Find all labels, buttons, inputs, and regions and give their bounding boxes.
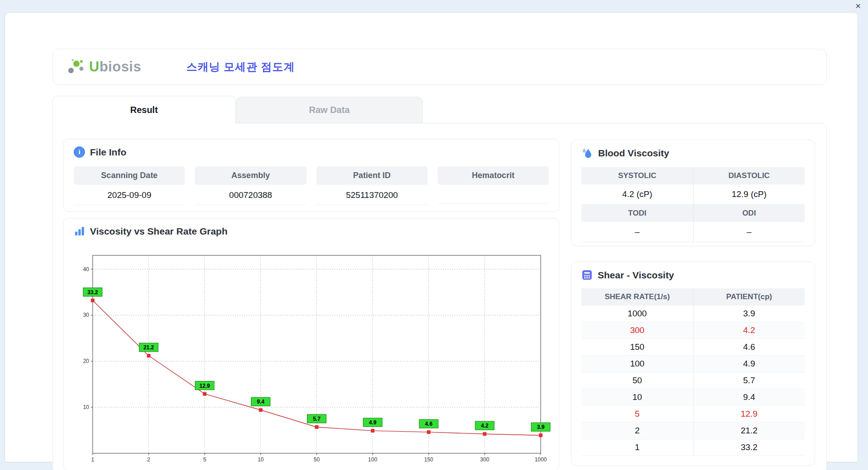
bar-chart-icon	[74, 226, 85, 237]
shear-rate-cell: 2	[581, 423, 693, 439]
main-panel: i File Info Scanning Date2025-09-09Assem…	[52, 123, 827, 470]
header-cell-systolic: SYSTOLIC	[581, 167, 693, 184]
logo-dots-icon	[66, 57, 85, 76]
blood-viscosity-table: SYSTOLICDIASTOLIC4.2 (cP)12.9 (cP)TODIOD…	[581, 167, 805, 242]
blood-viscosity-value-row: ––	[581, 222, 805, 242]
shear-rate-cell: 50	[581, 372, 693, 389]
close-icon[interactable]: ×	[853, 1, 863, 11]
header-cell-odi: ODI	[693, 205, 805, 222]
shear-rate-cell: 10	[581, 389, 693, 406]
value-cell: –	[693, 222, 805, 242]
file-info-card: i File Info Scanning Date2025-09-09Assem…	[63, 139, 559, 212]
file-info-field-scanning-date: Scanning Date2025-09-09	[74, 166, 185, 205]
svg-text:2: 2	[147, 456, 151, 463]
shear-viscosity-table-header: SHEAR RATE(1/s) PATIENT(cp)	[581, 288, 805, 306]
graph-card: Viscosity vs Shear Rate Graph 1020304012…	[63, 218, 559, 470]
patient-cell: 4.2	[693, 322, 805, 339]
field-label: Scanning Date	[74, 166, 185, 185]
header-cell-todi: TODI	[581, 205, 693, 222]
field-value: 52511370200	[316, 185, 428, 205]
blood-viscosity-value-row: 4.2 (cP)12.9 (cP)	[581, 184, 805, 205]
svg-text:100: 100	[368, 456, 377, 463]
table-row: 133.2	[581, 439, 805, 456]
field-value	[438, 185, 549, 204]
table-row: 1004.9	[581, 356, 805, 372]
svg-text:3.9: 3.9	[537, 424, 545, 430]
shear-viscosity-card: Shear - Viscosity SHEAR RATE(1/s) PATIEN…	[571, 262, 815, 466]
blood-viscosity-title-text: Blood Viscosity	[598, 148, 669, 159]
svg-text:10: 10	[83, 404, 90, 410]
patient-cell: 21.2	[693, 423, 805, 439]
svg-text:5: 5	[203, 456, 206, 463]
graph-title-text: Viscosity vs Shear Rate Graph	[90, 226, 227, 237]
header-cell-diastolic: DIASTOLIC	[693, 167, 805, 184]
viscosity-chart: 102030401251050100150300100033.221.212.9…	[75, 250, 558, 468]
shear-viscosity-title-text: Shear - Viscosity	[598, 270, 674, 281]
svg-text:20: 20	[83, 358, 90, 364]
page-title: 스캐닝 모세관 점도계	[186, 60, 295, 74]
patient-cell: 4.9	[693, 356, 805, 372]
shear-rate-cell: 100	[581, 356, 693, 372]
shear-viscosity-table-body: 10003.93004.21504.61004.9505.7109.4512.9…	[581, 306, 805, 456]
table-row: 505.7	[581, 372, 805, 389]
patient-cell: 5.7	[693, 372, 805, 389]
svg-text:21.2: 21.2	[143, 344, 154, 351]
droplet-icon	[581, 147, 593, 159]
svg-text:150: 150	[424, 456, 433, 463]
tab-raw-data[interactable]: Raw Data	[236, 97, 423, 123]
shear-viscosity-title: Shear - Viscosity	[571, 262, 815, 284]
shear-rate-cell: 5	[581, 406, 693, 423]
field-label: Assembly	[195, 166, 306, 185]
info-icon: i	[74, 146, 85, 158]
svg-text:4.2: 4.2	[481, 423, 489, 429]
patient-cell: 3.9	[693, 306, 805, 322]
svg-text:9.4: 9.4	[257, 399, 264, 405]
svg-text:33.2: 33.2	[87, 289, 98, 296]
ubiosis-logo: Ubiosis	[66, 57, 173, 76]
column-header-patient: PATIENT(cp)	[693, 288, 805, 306]
svg-text:5.7: 5.7	[313, 416, 321, 422]
header-card: Ubiosis 스캐닝 모세관 점도계	[52, 49, 827, 85]
logo-text: Ubiosis	[89, 59, 141, 75]
table-row: 1504.6	[581, 339, 805, 356]
field-value: 2025-09-09	[74, 185, 185, 205]
svg-text:1000: 1000	[535, 456, 547, 463]
svg-text:1: 1	[91, 456, 94, 463]
blood-viscosity-card: Blood Viscosity SYSTOLICDIASTOLIC4.2 (cP…	[571, 140, 815, 246]
svg-text:4.9: 4.9	[369, 419, 377, 426]
calculator-icon	[581, 269, 593, 281]
shear-rate-cell: 300	[581, 322, 693, 339]
blood-viscosity-header-row: TODIODI	[581, 205, 805, 222]
tab-result[interactable]: Result	[52, 96, 236, 124]
blood-viscosity-header-row: SYSTOLICDIASTOLIC	[581, 167, 805, 184]
file-info-fields: Scanning Date2025-09-09Assembly000720388…	[74, 166, 549, 205]
file-info-field-hematocrit: Hematocrit	[438, 166, 549, 205]
svg-text:4.6: 4.6	[425, 421, 433, 427]
app-window: Ubiosis 스캐닝 모세관 점도계 Result Raw Data i Fi…	[5, 12, 858, 462]
svg-text:10: 10	[258, 456, 264, 463]
patient-cell: 33.2	[693, 439, 805, 456]
file-info-title-text: File Info	[90, 147, 127, 158]
svg-text:30: 30	[83, 312, 90, 318]
shear-rate-cell: 1	[581, 439, 693, 456]
value-cell: 12.9 (cP)	[693, 184, 805, 205]
patient-cell: 12.9	[693, 406, 805, 423]
shear-rate-cell: 150	[581, 339, 693, 356]
column-header-shear-rate: SHEAR RATE(1/s)	[581, 288, 693, 306]
shear-viscosity-table: SHEAR RATE(1/s) PATIENT(cp) 10003.93004.…	[581, 288, 805, 456]
file-info-field-patient-id: Patient ID52511370200	[316, 166, 428, 205]
table-row: 109.4	[581, 389, 805, 406]
graph-title: Viscosity vs Shear Rate Graph	[64, 218, 559, 240]
table-row: 221.2	[581, 423, 805, 439]
patient-cell: 9.4	[693, 389, 805, 406]
blood-viscosity-title: Blood Viscosity	[571, 140, 815, 163]
svg-text:50: 50	[314, 456, 320, 463]
svg-text:40: 40	[83, 266, 90, 273]
file-info-field-assembly: Assembly000720388	[195, 166, 306, 205]
table-row: 3004.2	[581, 322, 805, 339]
field-label: Patient ID	[316, 166, 428, 185]
value-cell: –	[581, 222, 693, 242]
field-value: 000720388	[195, 185, 306, 205]
file-info-title: i File Info	[64, 139, 559, 161]
shear-rate-cell: 1000	[581, 306, 693, 322]
